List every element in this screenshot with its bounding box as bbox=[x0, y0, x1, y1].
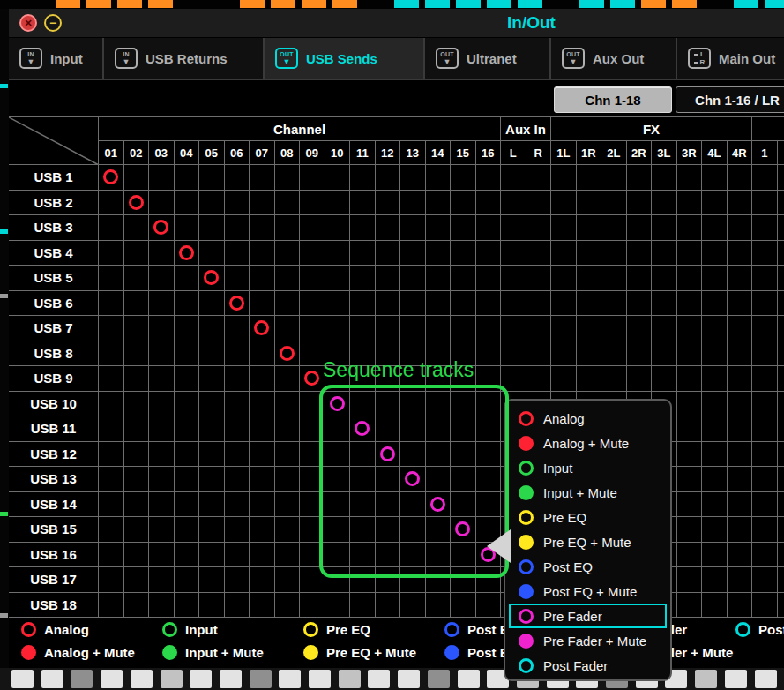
matrix-cell[interactable] bbox=[149, 191, 175, 216]
matrix-cell[interactable] bbox=[376, 416, 401, 442]
matrix-cell[interactable] bbox=[702, 341, 728, 367]
matrix-cell[interactable] bbox=[577, 191, 602, 216]
matrix-cell[interactable] bbox=[426, 567, 452, 593]
matrix-cell[interactable] bbox=[199, 467, 225, 492]
matrix-cell[interactable] bbox=[350, 316, 376, 341]
matrix-cell[interactable] bbox=[199, 517, 225, 543]
matrix-cell[interactable] bbox=[325, 467, 351, 492]
matrix-cell[interactable] bbox=[99, 567, 124, 593]
matrix-cell[interactable] bbox=[350, 517, 376, 543]
matrix-cell[interactable] bbox=[350, 165, 376, 191]
matrix-cell[interactable] bbox=[778, 215, 784, 241]
range-button-chn-1-18[interactable]: Chn 1-18 bbox=[554, 86, 672, 113]
menu-item-pre-fader-mute[interactable]: Pre Fader + Mute bbox=[509, 628, 667, 653]
matrix-cell[interactable] bbox=[199, 215, 225, 241]
matrix-cell[interactable] bbox=[99, 165, 124, 191]
matrix-cell[interactable] bbox=[300, 467, 325, 492]
matrix-cell[interactable] bbox=[400, 593, 426, 619]
matrix-cell[interactable] bbox=[778, 266, 784, 291]
matrix-cell[interactable] bbox=[476, 467, 502, 492]
matrix-cell[interactable] bbox=[426, 215, 452, 241]
matrix-cell[interactable] bbox=[778, 366, 784, 392]
matrix-cell[interactable] bbox=[350, 567, 376, 593]
matrix-cell[interactable] bbox=[601, 241, 627, 266]
matrix-cell[interactable] bbox=[451, 467, 476, 492]
matrix-cell[interactable] bbox=[501, 291, 526, 317]
matrix-cell[interactable] bbox=[577, 165, 602, 191]
matrix-cell[interactable] bbox=[526, 316, 552, 341]
matrix-cell[interactable] bbox=[250, 341, 275, 367]
matrix-cell[interactable] bbox=[551, 215, 577, 241]
matrix-cell[interactable] bbox=[677, 467, 703, 492]
matrix-cell[interactable] bbox=[778, 517, 784, 543]
matrix-cell[interactable] bbox=[400, 316, 426, 341]
matrix-cell[interactable] bbox=[149, 316, 175, 341]
matrix-cell[interactable] bbox=[300, 241, 325, 266]
matrix-cell[interactable] bbox=[124, 543, 150, 568]
matrix-cell[interactable] bbox=[601, 316, 627, 341]
matrix-cell[interactable] bbox=[149, 291, 175, 317]
matrix-cell[interactable] bbox=[225, 191, 250, 216]
matrix-cell[interactable] bbox=[175, 215, 200, 241]
matrix-cell[interactable] bbox=[225, 593, 250, 619]
matrix-cell[interactable] bbox=[728, 392, 753, 417]
matrix-cell[interactable] bbox=[752, 366, 778, 392]
matrix-cell[interactable] bbox=[225, 165, 250, 191]
matrix-cell[interactable] bbox=[225, 392, 250, 417]
matrix-cell[interactable] bbox=[99, 241, 124, 266]
menu-item-post-eq[interactable]: Post EQ bbox=[509, 554, 667, 579]
matrix-cell[interactable] bbox=[778, 543, 784, 568]
matrix-cell[interactable] bbox=[99, 467, 124, 492]
matrix-cell[interactable] bbox=[778, 416, 784, 442]
matrix-cell[interactable] bbox=[275, 291, 301, 317]
matrix-cell[interactable] bbox=[400, 416, 426, 442]
matrix-cell[interactable] bbox=[175, 517, 200, 543]
matrix-cell[interactable] bbox=[300, 543, 325, 568]
menu-item-post-fader[interactable]: Post Fader bbox=[509, 653, 667, 678]
matrix-cell[interactable] bbox=[451, 593, 476, 619]
matrix-cell[interactable] bbox=[325, 392, 351, 417]
matrix-cell[interactable] bbox=[350, 442, 376, 468]
matrix-cell[interactable] bbox=[275, 467, 301, 492]
matrix-cell[interactable] bbox=[476, 215, 502, 241]
matrix-cell[interactable] bbox=[677, 165, 703, 191]
matrix-cell[interactable] bbox=[677, 492, 703, 518]
matrix-cell[interactable] bbox=[199, 543, 225, 568]
matrix-cell[interactable] bbox=[350, 492, 376, 518]
matrix-cell[interactable] bbox=[677, 517, 703, 543]
matrix-cell[interactable] bbox=[175, 241, 200, 266]
matrix-cell[interactable] bbox=[702, 165, 728, 191]
matrix-cell[interactable] bbox=[376, 266, 401, 291]
matrix-cell[interactable] bbox=[702, 191, 728, 216]
matrix-cell[interactable] bbox=[400, 442, 426, 468]
matrix-cell[interactable] bbox=[350, 467, 376, 492]
matrix-cell[interactable] bbox=[149, 392, 175, 417]
matrix-cell[interactable] bbox=[752, 543, 778, 568]
matrix-cell[interactable] bbox=[400, 492, 426, 518]
matrix-cell[interactable] bbox=[175, 291, 200, 317]
matrix-cell[interactable] bbox=[426, 467, 452, 492]
matrix-cell[interactable] bbox=[175, 341, 200, 367]
matrix-cell[interactable] bbox=[225, 567, 250, 593]
matrix-cell[interactable] bbox=[728, 241, 753, 266]
matrix-cell[interactable] bbox=[577, 316, 602, 341]
matrix-cell[interactable] bbox=[752, 416, 778, 442]
range-button-chn-1-16-lr[interactable]: Chn 1-16 / LR bbox=[676, 86, 784, 113]
matrix-cell[interactable] bbox=[476, 593, 502, 619]
matrix-cell[interactable] bbox=[728, 191, 753, 216]
matrix-cell[interactable] bbox=[149, 567, 175, 593]
menu-item-analog-mute[interactable]: Analog + Mute bbox=[509, 431, 667, 455]
matrix-cell[interactable] bbox=[778, 492, 784, 518]
matrix-cell[interactable] bbox=[752, 492, 778, 518]
matrix-cell[interactable] bbox=[426, 241, 452, 266]
matrix-cell[interactable] bbox=[551, 316, 577, 341]
matrix-cell[interactable] bbox=[225, 316, 250, 341]
matrix-cell[interactable] bbox=[526, 366, 552, 392]
matrix-cell[interactable] bbox=[677, 241, 703, 266]
matrix-cell[interactable] bbox=[677, 416, 703, 442]
matrix-cell[interactable] bbox=[124, 291, 150, 317]
matrix-cell[interactable] bbox=[778, 467, 784, 492]
matrix-cell[interactable] bbox=[778, 442, 784, 468]
matrix-cell[interactable] bbox=[677, 442, 703, 468]
matrix-cell[interactable] bbox=[376, 291, 401, 317]
